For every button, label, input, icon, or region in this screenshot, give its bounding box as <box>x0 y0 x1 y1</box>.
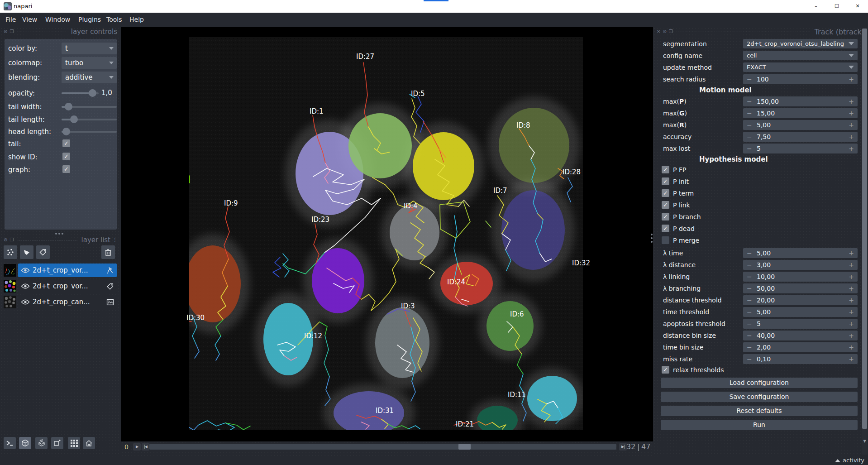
P-merge-checkbox[interactable] <box>662 236 669 244</box>
max-lost-spinbox[interactable]: −5+ <box>743 144 858 153</box>
transpose-dimensions-button[interactable] <box>51 437 63 449</box>
spin-value[interactable]: 3,00 <box>757 260 771 270</box>
apoptosis-threshold-spinbox[interactable]: −5+ <box>743 319 858 329</box>
λ-branching-spinbox[interactable]: −50,00+ <box>743 283 858 293</box>
visibility-eye-icon[interactable] <box>21 299 30 305</box>
float-panel-icon[interactable]: ❐ <box>669 29 673 34</box>
update-method-dropdown[interactable]: EXACT <box>743 62 858 72</box>
color-by-dropdown[interactable]: t <box>62 43 117 54</box>
P-term-checkbox[interactable]: ✓ <box>662 189 669 197</box>
spin-value[interactable]: 2,00 <box>757 342 771 352</box>
decrement-icon[interactable]: − <box>747 120 752 130</box>
run-button[interactable]: Run <box>661 420 858 430</box>
decrement-icon[interactable]: − <box>747 354 752 364</box>
frame-slider-track[interactable] <box>149 444 616 450</box>
increment-icon[interactable]: + <box>849 319 854 329</box>
delete-layer-button[interactable] <box>101 245 115 259</box>
decrement-icon[interactable]: − <box>747 295 752 305</box>
increment-icon[interactable]: + <box>849 260 854 270</box>
new-labels-layer-button[interactable] <box>36 245 50 259</box>
increment-icon[interactable]: + <box>849 96 854 106</box>
canvas-viewport[interactable]: ID:27ID:5ID:1ID:8ID:9ID:23ID:4ID:7ID:28I… <box>121 27 653 441</box>
layer-row-0[interactable]: 2d+t_crop_vor... <box>18 264 117 277</box>
menu-tools[interactable]: Tools <box>106 16 122 23</box>
hide-panel-icon[interactable]: ⊘ <box>4 29 7 34</box>
miss-rate-spinbox[interactable]: −0,10+ <box>743 354 858 364</box>
spin-value[interactable]: 5 <box>757 319 761 329</box>
head_length-slider-handle[interactable] <box>62 128 70 135</box>
opacity-slider-handle[interactable] <box>89 89 96 97</box>
frame-slider-handle[interactable] <box>458 444 471 450</box>
search-radius-spinbox[interactable]: −100+ <box>743 74 858 84</box>
decrement-icon[interactable]: − <box>747 260 752 270</box>
λ-distance-spinbox[interactable]: −3,00+ <box>743 260 858 270</box>
P-branch-checkbox[interactable]: ✓ <box>662 213 669 221</box>
relax-thresholds-checkbox[interactable]: ✓ <box>662 366 669 374</box>
increment-icon[interactable]: + <box>849 272 854 282</box>
decrement-icon[interactable]: − <box>747 283 752 293</box>
blending-dropdown[interactable]: additive <box>62 72 117 83</box>
decrement-icon[interactable]: − <box>747 108 752 118</box>
max-P--spinbox[interactable]: −150,00+ <box>743 96 858 106</box>
menu-view[interactable]: View <box>22 16 37 23</box>
float-panel-icon[interactable]: ❐ <box>10 29 14 34</box>
increment-icon[interactable]: + <box>849 248 854 258</box>
increment-icon[interactable]: + <box>849 283 854 293</box>
distance-bin-size-spinbox[interactable]: −40,00+ <box>743 331 858 340</box>
last-frame-button[interactable]: ▶| <box>619 443 627 451</box>
close-panel-icon[interactable]: ✕ <box>657 29 660 34</box>
home-reset-view-button[interactable] <box>83 437 95 449</box>
decrement-icon[interactable]: − <box>747 132 752 142</box>
tail_width-slider-handle[interactable] <box>65 103 72 110</box>
spin-value[interactable]: 20,00 <box>757 295 775 305</box>
decrement-icon[interactable]: − <box>747 248 752 258</box>
spin-value[interactable]: 40,00 <box>757 331 775 340</box>
time-bin-size-spinbox[interactable]: −2,00+ <box>743 342 858 352</box>
spin-value[interactable]: 50,00 <box>757 283 775 293</box>
decrement-icon[interactable]: − <box>747 272 752 282</box>
reset-defaults-button[interactable]: Reset defaults <box>661 406 858 416</box>
play-button[interactable]: ▶ <box>133 443 141 451</box>
increment-icon[interactable]: + <box>849 354 854 364</box>
grid-view-button[interactable] <box>68 437 80 449</box>
layer-row-2[interactable]: 2d+t_crop_can... <box>18 295 117 309</box>
show-id-checkbox[interactable]: ✓ <box>62 153 70 160</box>
visibility-eye-icon[interactable] <box>21 283 30 289</box>
new-shapes-layer-button[interactable] <box>20 245 33 259</box>
roll-dimensions-button[interactable] <box>35 437 48 449</box>
scrollbar[interactable]: ▼ <box>862 28 868 455</box>
P-dead-checkbox[interactable]: ✓ <box>662 225 669 232</box>
toggle-ndisplay-button[interactable] <box>19 437 31 449</box>
decrement-icon[interactable]: − <box>747 319 752 329</box>
visibility-eye-icon[interactable] <box>21 267 30 273</box>
hide-panel-icon[interactable]: ⊘ <box>4 238 7 242</box>
float-panel-icon[interactable]: ❐ <box>10 238 14 242</box>
increment-icon[interactable]: + <box>849 307 854 317</box>
increment-icon[interactable]: + <box>849 74 854 84</box>
maximize-button[interactable]: ☐ <box>826 0 847 13</box>
menu-file[interactable]: File <box>5 16 16 23</box>
P-init-checkbox[interactable]: ✓ <box>662 177 669 185</box>
increment-icon[interactable]: + <box>849 342 854 352</box>
activity-toggle[interactable]: activity <box>835 457 864 464</box>
save-configuration-button[interactable]: Save configuration <box>661 392 858 402</box>
segmentation-dropdown[interactable]: 2d+t_crop_voronoi_otsu_labeling <box>743 39 858 48</box>
decrement-icon[interactable]: − <box>747 331 752 340</box>
spin-value[interactable]: 15,00 <box>757 108 775 118</box>
load-configuration-button[interactable]: Load configuration <box>661 378 858 388</box>
decrement-icon[interactable]: − <box>747 96 752 106</box>
spin-value[interactable]: 5,00 <box>757 248 771 258</box>
max-R--spinbox[interactable]: −5,00+ <box>743 120 858 130</box>
increment-icon[interactable]: + <box>849 132 854 142</box>
increment-icon[interactable]: + <box>849 120 854 130</box>
hide-panel-icon[interactable]: ⊘ <box>663 29 666 34</box>
tail-checkbox[interactable]: ✓ <box>62 139 70 147</box>
decrement-icon[interactable]: − <box>747 144 752 153</box>
accuracy-spinbox[interactable]: −7,50+ <box>743 132 858 142</box>
spin-value[interactable]: 100 <box>757 74 769 84</box>
λ-linking-spinbox[interactable]: −10,00+ <box>743 272 858 282</box>
spin-value[interactable]: 5,00 <box>757 120 771 130</box>
increment-icon[interactable]: + <box>849 108 854 118</box>
config-name-dropdown[interactable]: cell <box>743 51 858 60</box>
minimize-button[interactable]: – <box>806 0 826 13</box>
